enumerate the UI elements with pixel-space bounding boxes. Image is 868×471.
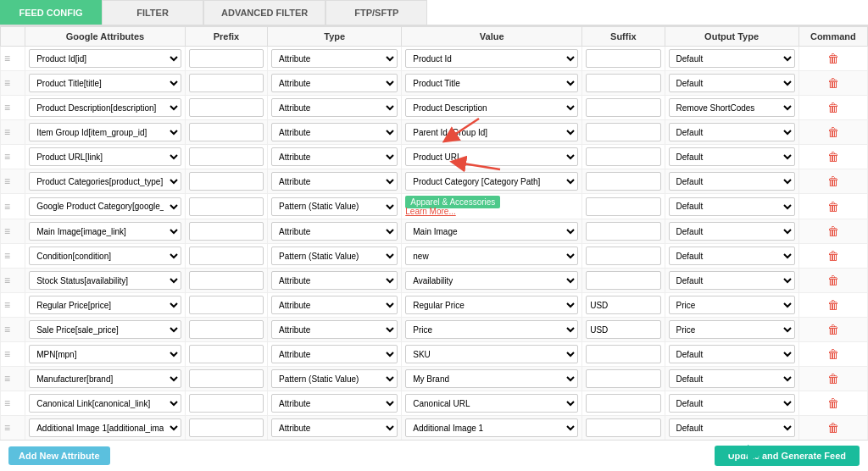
- type-select-2[interactable]: AttributePattern (Static Value)Pattern (…: [271, 98, 398, 117]
- output-15[interactable]: DefaultPriceRemove ShortCodesCategory Pa…: [665, 416, 798, 441]
- type-5[interactable]: AttributePattern (Static Value)Pattern (…: [268, 169, 402, 194]
- value-2[interactable]: Product Description: [402, 96, 582, 120]
- command-7[interactable]: 🗑: [798, 219, 867, 244]
- suffix-10[interactable]: [582, 293, 665, 318]
- value-9[interactable]: Availability: [402, 269, 582, 293]
- value-select-3[interactable]: Parent Id [Group Id]: [405, 123, 578, 141]
- google-attr-select-7[interactable]: Main Image[image_link]: [29, 222, 181, 241]
- type-select-10[interactable]: AttributePattern (Static Value)Pattern (…: [271, 296, 398, 314]
- command-3[interactable]: 🗑: [798, 120, 867, 145]
- value-select-10[interactable]: Regular Price: [405, 296, 578, 314]
- output-select-4[interactable]: DefaultPriceRemove ShortCodesCategory Pa…: [669, 147, 795, 166]
- suffix-input-4[interactable]: [586, 147, 660, 166]
- tab-advanced-filter[interactable]: ADVANCED FILTER: [203, 0, 326, 25]
- output-6[interactable]: DefaultPriceRemove ShortCodesCategory Pa…: [665, 194, 798, 219]
- suffix-input-2[interactable]: [586, 98, 660, 117]
- value-7[interactable]: Main Image: [402, 219, 582, 244]
- prefix-6[interactable]: [185, 194, 267, 219]
- command-14[interactable]: 🗑: [798, 391, 867, 416]
- type-4[interactable]: AttributePattern (Static Value)Pattern (…: [268, 145, 402, 169]
- value-select-13[interactable]: My Brand: [405, 369, 578, 388]
- prefix-7[interactable]: [185, 219, 267, 244]
- suffix-input-0[interactable]: [586, 49, 660, 68]
- tab-ftp-sftp[interactable]: FTP/SFTP: [326, 0, 427, 25]
- output-select-1[interactable]: DefaultPriceRemove ShortCodesCategory Pa…: [669, 74, 795, 92]
- prefix-input-4[interactable]: [189, 147, 264, 166]
- value-select-12[interactable]: SKU: [405, 345, 578, 363]
- output-7[interactable]: DefaultPriceRemove ShortCodesCategory Pa…: [665, 219, 798, 244]
- delete-button-8[interactable]: 🗑: [826, 249, 841, 263]
- suffix-11[interactable]: [582, 318, 665, 342]
- suffix-4[interactable]: [582, 145, 665, 169]
- suffix-0[interactable]: [582, 47, 665, 71]
- drag-handle-0[interactable]: ≡: [1, 47, 25, 71]
- google-attr-14[interactable]: Canonical Link[canonical_link]: [25, 391, 186, 416]
- google-attr-0[interactable]: Product Id[id]: [25, 47, 186, 71]
- prefix-3[interactable]: [185, 120, 267, 145]
- output-select-8[interactable]: DefaultPriceRemove ShortCodesCategory Pa…: [669, 247, 795, 265]
- output-select-13[interactable]: DefaultPriceRemove ShortCodesCategory Pa…: [669, 369, 795, 388]
- prefix-9[interactable]: [185, 269, 267, 293]
- google-attr-1[interactable]: Product Title[title]: [25, 71, 186, 96]
- prefix-input-7[interactable]: [189, 222, 264, 241]
- google-attr-13[interactable]: Manufacturer[brand]: [25, 367, 186, 391]
- value-12[interactable]: SKU: [402, 342, 582, 367]
- google-attr-select-1[interactable]: Product Title[title]: [29, 74, 181, 92]
- output-select-6[interactable]: DefaultPriceRemove ShortCodesCategory Pa…: [669, 197, 795, 216]
- google-attr-8[interactable]: Condition[condition]: [25, 244, 186, 269]
- value-0[interactable]: Product Id: [402, 47, 582, 71]
- command-2[interactable]: 🗑: [798, 96, 867, 120]
- drag-handle-3[interactable]: ≡: [1, 120, 25, 145]
- table-container[interactable]: Google AttributesPrefixTypeValueSuffixOu…: [0, 26, 868, 441]
- google-attr-select-8[interactable]: Condition[condition]: [29, 247, 181, 265]
- google-attr-select-10[interactable]: Regular Price[price]: [29, 296, 181, 314]
- output-5[interactable]: DefaultPriceRemove ShortCodesCategory Pa…: [665, 169, 798, 194]
- prefix-input-0[interactable]: [189, 49, 264, 68]
- prefix-10[interactable]: [185, 293, 267, 318]
- prefix-13[interactable]: [185, 367, 267, 391]
- type-select-4[interactable]: AttributePattern (Static Value)Pattern (…: [271, 147, 398, 166]
- type-3[interactable]: AttributePattern (Static Value)Pattern (…: [268, 120, 402, 145]
- value-1[interactable]: Product Title: [402, 71, 582, 96]
- command-4[interactable]: 🗑: [798, 145, 867, 169]
- type-15[interactable]: AttributePattern (Static Value)Pattern (…: [268, 416, 402, 441]
- update-generate-feed-button[interactable]: Update and Generate Feed: [715, 446, 860, 466]
- value-4[interactable]: Product URL: [402, 145, 582, 169]
- google-attr-select-5[interactable]: Product Categories[product_type]: [29, 172, 181, 191]
- add-new-attribute-button[interactable]: Add New Attribute: [8, 446, 110, 465]
- suffix-input-9[interactable]: [586, 271, 660, 290]
- prefix-input-12[interactable]: [189, 345, 264, 363]
- delete-button-7[interactable]: 🗑: [826, 224, 841, 238]
- prefix-4[interactable]: [185, 145, 267, 169]
- type-select-8[interactable]: AttributePattern (Static Value)Pattern (…: [271, 247, 398, 265]
- google-attr-10[interactable]: Regular Price[price]: [25, 293, 186, 318]
- suffix-6[interactable]: [582, 194, 665, 219]
- type-select-11[interactable]: AttributePattern (Static Value)Pattern (…: [271, 320, 398, 339]
- delete-button-9[interactable]: 🗑: [826, 274, 841, 287]
- prefix-input-5[interactable]: [189, 172, 264, 191]
- output-1[interactable]: DefaultPriceRemove ShortCodesCategory Pa…: [665, 71, 798, 96]
- prefix-input-1[interactable]: [189, 74, 264, 92]
- drag-handle-11[interactable]: ≡: [1, 318, 25, 342]
- suffix-input-7[interactable]: [586, 222, 660, 241]
- google-attr-select-11[interactable]: Sale Price[sale_price]: [29, 320, 181, 339]
- google-attr-select-12[interactable]: MPN[mpn]: [29, 345, 181, 363]
- delete-button-11[interactable]: 🗑: [826, 323, 841, 336]
- value-select-8[interactable]: new: [405, 247, 578, 265]
- google-attr-15[interactable]: Additional Image 1[additional_image_link…: [25, 416, 186, 441]
- suffix-input-8[interactable]: [586, 247, 660, 265]
- command-13[interactable]: 🗑: [798, 367, 867, 391]
- output-11[interactable]: DefaultPriceRemove ShortCodesCategory Pa…: [665, 318, 798, 342]
- drag-handle-13[interactable]: ≡: [1, 367, 25, 391]
- output-10[interactable]: DefaultPriceRemove ShortCodesCategory Pa…: [665, 293, 798, 318]
- suffix-input-13[interactable]: [586, 369, 660, 388]
- drag-handle-9[interactable]: ≡: [1, 269, 25, 293]
- suffix-input-1[interactable]: [586, 74, 660, 92]
- google-attr-select-9[interactable]: Stock Status[availability]: [29, 271, 181, 290]
- suffix-15[interactable]: [582, 416, 665, 441]
- command-11[interactable]: 🗑: [798, 318, 867, 342]
- output-select-3[interactable]: DefaultPriceRemove ShortCodesCategory Pa…: [669, 123, 795, 141]
- value-select-11[interactable]: Price: [405, 320, 578, 339]
- google-attr-11[interactable]: Sale Price[sale_price]: [25, 318, 186, 342]
- prefix-input-9[interactable]: [189, 271, 264, 290]
